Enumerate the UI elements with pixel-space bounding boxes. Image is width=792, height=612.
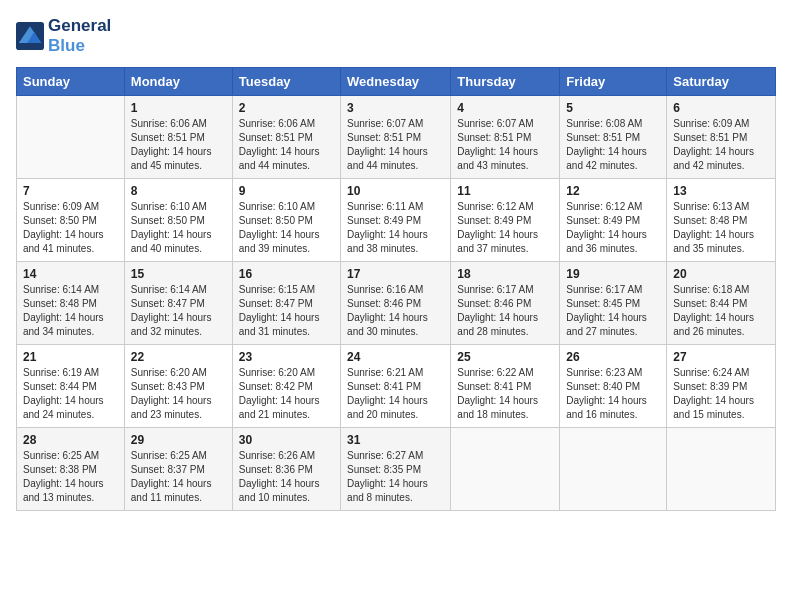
day-number: 5	[566, 101, 660, 115]
sunset-label: Sunset: 8:40 PM	[566, 381, 640, 392]
day-number: 13	[673, 184, 769, 198]
daylight-label: Daylight: 14 hours and 20 minutes.	[347, 395, 428, 420]
daylight-label: Daylight: 14 hours and 18 minutes.	[457, 395, 538, 420]
day-number: 30	[239, 433, 334, 447]
daylight-label: Daylight: 14 hours and 45 minutes.	[131, 146, 212, 171]
day-info: Sunrise: 6:14 AM Sunset: 8:48 PM Dayligh…	[23, 283, 118, 339]
header-tuesday: Tuesday	[232, 68, 340, 96]
sunrise-label: Sunrise: 6:26 AM	[239, 450, 315, 461]
day-info: Sunrise: 6:24 AM Sunset: 8:39 PM Dayligh…	[673, 366, 769, 422]
sunrise-label: Sunrise: 6:12 AM	[566, 201, 642, 212]
day-info: Sunrise: 6:09 AM Sunset: 8:51 PM Dayligh…	[673, 117, 769, 173]
calendar-cell: 23 Sunrise: 6:20 AM Sunset: 8:42 PM Dayl…	[232, 345, 340, 428]
daylight-label: Daylight: 14 hours and 10 minutes.	[239, 478, 320, 503]
calendar-header-row: SundayMondayTuesdayWednesdayThursdayFrid…	[17, 68, 776, 96]
calendar-cell: 29 Sunrise: 6:25 AM Sunset: 8:37 PM Dayl…	[124, 428, 232, 511]
sunrise-label: Sunrise: 6:20 AM	[131, 367, 207, 378]
sunset-label: Sunset: 8:49 PM	[347, 215, 421, 226]
sunrise-label: Sunrise: 6:21 AM	[347, 367, 423, 378]
day-number: 4	[457, 101, 553, 115]
page-header: General Blue	[16, 16, 776, 55]
day-info: Sunrise: 6:26 AM Sunset: 8:36 PM Dayligh…	[239, 449, 334, 505]
sunset-label: Sunset: 8:43 PM	[131, 381, 205, 392]
sunset-label: Sunset: 8:36 PM	[239, 464, 313, 475]
day-number: 28	[23, 433, 118, 447]
sunrise-label: Sunrise: 6:10 AM	[239, 201, 315, 212]
sunset-label: Sunset: 8:38 PM	[23, 464, 97, 475]
day-number: 7	[23, 184, 118, 198]
daylight-label: Daylight: 14 hours and 40 minutes.	[131, 229, 212, 254]
sunset-label: Sunset: 8:44 PM	[23, 381, 97, 392]
calendar-cell: 11 Sunrise: 6:12 AM Sunset: 8:49 PM Dayl…	[451, 179, 560, 262]
day-info: Sunrise: 6:11 AM Sunset: 8:49 PM Dayligh…	[347, 200, 444, 256]
calendar-cell: 28 Sunrise: 6:25 AM Sunset: 8:38 PM Dayl…	[17, 428, 125, 511]
calendar-cell: 21 Sunrise: 6:19 AM Sunset: 8:44 PM Dayl…	[17, 345, 125, 428]
calendar-cell: 17 Sunrise: 6:16 AM Sunset: 8:46 PM Dayl…	[341, 262, 451, 345]
daylight-label: Daylight: 14 hours and 39 minutes.	[239, 229, 320, 254]
calendar-cell: 27 Sunrise: 6:24 AM Sunset: 8:39 PM Dayl…	[667, 345, 776, 428]
day-info: Sunrise: 6:09 AM Sunset: 8:50 PM Dayligh…	[23, 200, 118, 256]
day-number: 22	[131, 350, 226, 364]
calendar-cell: 4 Sunrise: 6:07 AM Sunset: 8:51 PM Dayli…	[451, 96, 560, 179]
sunrise-label: Sunrise: 6:23 AM	[566, 367, 642, 378]
calendar-cell: 20 Sunrise: 6:18 AM Sunset: 8:44 PM Dayl…	[667, 262, 776, 345]
day-number: 1	[131, 101, 226, 115]
sunset-label: Sunset: 8:50 PM	[239, 215, 313, 226]
sunrise-label: Sunrise: 6:10 AM	[131, 201, 207, 212]
sunrise-label: Sunrise: 6:09 AM	[673, 118, 749, 129]
sunset-label: Sunset: 8:49 PM	[457, 215, 531, 226]
day-info: Sunrise: 6:10 AM Sunset: 8:50 PM Dayligh…	[131, 200, 226, 256]
sunset-label: Sunset: 8:41 PM	[347, 381, 421, 392]
day-number: 2	[239, 101, 334, 115]
sunrise-label: Sunrise: 6:13 AM	[673, 201, 749, 212]
daylight-label: Daylight: 14 hours and 11 minutes.	[131, 478, 212, 503]
sunset-label: Sunset: 8:48 PM	[673, 215, 747, 226]
sunrise-label: Sunrise: 6:24 AM	[673, 367, 749, 378]
calendar-cell: 1 Sunrise: 6:06 AM Sunset: 8:51 PM Dayli…	[124, 96, 232, 179]
day-number: 27	[673, 350, 769, 364]
day-info: Sunrise: 6:21 AM Sunset: 8:41 PM Dayligh…	[347, 366, 444, 422]
sunset-label: Sunset: 8:47 PM	[131, 298, 205, 309]
day-number: 8	[131, 184, 226, 198]
sunrise-label: Sunrise: 6:25 AM	[131, 450, 207, 461]
day-info: Sunrise: 6:12 AM Sunset: 8:49 PM Dayligh…	[457, 200, 553, 256]
sunrise-label: Sunrise: 6:14 AM	[131, 284, 207, 295]
sunset-label: Sunset: 8:50 PM	[23, 215, 97, 226]
sunset-label: Sunset: 8:51 PM	[347, 132, 421, 143]
calendar-cell: 9 Sunrise: 6:10 AM Sunset: 8:50 PM Dayli…	[232, 179, 340, 262]
sunrise-label: Sunrise: 6:19 AM	[23, 367, 99, 378]
daylight-label: Daylight: 14 hours and 32 minutes.	[131, 312, 212, 337]
calendar-cell	[667, 428, 776, 511]
day-number: 6	[673, 101, 769, 115]
sunrise-label: Sunrise: 6:14 AM	[23, 284, 99, 295]
daylight-label: Daylight: 14 hours and 35 minutes.	[673, 229, 754, 254]
calendar-cell: 10 Sunrise: 6:11 AM Sunset: 8:49 PM Dayl…	[341, 179, 451, 262]
sunset-label: Sunset: 8:47 PM	[239, 298, 313, 309]
calendar-cell: 15 Sunrise: 6:14 AM Sunset: 8:47 PM Dayl…	[124, 262, 232, 345]
day-number: 26	[566, 350, 660, 364]
calendar-cell: 19 Sunrise: 6:17 AM Sunset: 8:45 PM Dayl…	[560, 262, 667, 345]
day-number: 3	[347, 101, 444, 115]
day-info: Sunrise: 6:16 AM Sunset: 8:46 PM Dayligh…	[347, 283, 444, 339]
calendar-cell: 12 Sunrise: 6:12 AM Sunset: 8:49 PM Dayl…	[560, 179, 667, 262]
daylight-label: Daylight: 14 hours and 42 minutes.	[566, 146, 647, 171]
day-info: Sunrise: 6:17 AM Sunset: 8:46 PM Dayligh…	[457, 283, 553, 339]
header-wednesday: Wednesday	[341, 68, 451, 96]
sunset-label: Sunset: 8:42 PM	[239, 381, 313, 392]
day-number: 20	[673, 267, 769, 281]
daylight-label: Daylight: 14 hours and 42 minutes.	[673, 146, 754, 171]
day-info: Sunrise: 6:13 AM Sunset: 8:48 PM Dayligh…	[673, 200, 769, 256]
daylight-label: Daylight: 14 hours and 43 minutes.	[457, 146, 538, 171]
day-number: 18	[457, 267, 553, 281]
calendar-week-row: 7 Sunrise: 6:09 AM Sunset: 8:50 PM Dayli…	[17, 179, 776, 262]
day-number: 25	[457, 350, 553, 364]
calendar-cell: 16 Sunrise: 6:15 AM Sunset: 8:47 PM Dayl…	[232, 262, 340, 345]
header-thursday: Thursday	[451, 68, 560, 96]
day-info: Sunrise: 6:27 AM Sunset: 8:35 PM Dayligh…	[347, 449, 444, 505]
calendar-cell	[17, 96, 125, 179]
daylight-label: Daylight: 14 hours and 30 minutes.	[347, 312, 428, 337]
sunset-label: Sunset: 8:50 PM	[131, 215, 205, 226]
daylight-label: Daylight: 14 hours and 15 minutes.	[673, 395, 754, 420]
daylight-label: Daylight: 14 hours and 8 minutes.	[347, 478, 428, 503]
sunset-label: Sunset: 8:51 PM	[131, 132, 205, 143]
